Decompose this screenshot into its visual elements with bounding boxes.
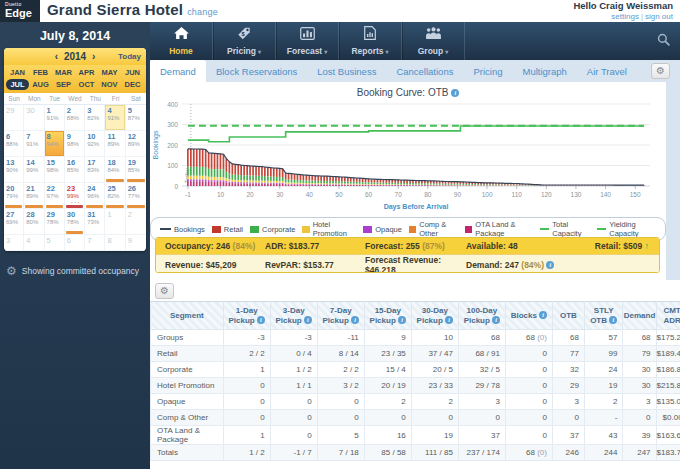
chart-info-icon[interactable]: i xyxy=(451,89,459,97)
calendar-day-30[interactable]: 3078% xyxy=(65,209,85,235)
info-icon[interactable]: i xyxy=(609,316,617,324)
calendar-day-12[interactable]: 1289% xyxy=(126,131,146,157)
calendar-day-31[interactable]: 3173% xyxy=(85,209,105,235)
change-hotel-link[interactable]: change xyxy=(187,7,218,17)
calendar-day-7[interactable]: 7 xyxy=(85,235,105,251)
calendar-day-2[interactable]: 2 xyxy=(126,209,146,235)
calendar-day-4[interactable]: 4 xyxy=(24,235,44,251)
month-aug[interactable]: AUG xyxy=(29,79,52,90)
month-mar[interactable]: MAR xyxy=(52,67,75,78)
calendar-day-5[interactable]: 587% xyxy=(126,105,146,131)
month-dec[interactable]: DEC xyxy=(121,79,144,90)
calendar-day-4[interactable]: 491% xyxy=(105,105,125,131)
month-jul[interactable]: JUL xyxy=(6,79,29,90)
day-occupancy: 89% xyxy=(128,141,146,149)
nav-item-group[interactable]: Group▾ xyxy=(402,22,465,60)
nav-item-pricing[interactable]: $Pricing▾ xyxy=(213,22,276,60)
calendar-day-20[interactable]: 2079% xyxy=(4,183,24,209)
calendar-day-10[interactable]: 1092% xyxy=(85,131,105,157)
tab-demand[interactable]: Demand xyxy=(150,60,206,82)
info-icon[interactable]: i xyxy=(304,316,312,324)
calendar-day-28[interactable]: 2880% xyxy=(24,209,44,235)
legend-item-ota-land-package[interactable]: OTA Land & Package xyxy=(465,220,533,238)
info-icon[interactable]: i xyxy=(398,316,406,324)
sign-out-link[interactable]: sign out xyxy=(645,12,673,21)
prev-year-button[interactable]: ‹ xyxy=(52,51,61,62)
legend-item-hotel-promotion[interactable]: Hotel Promotion xyxy=(302,220,356,238)
tab-multigraph[interactable]: Multigraph xyxy=(512,60,576,82)
calendar-day-9[interactable]: 9 xyxy=(126,235,146,251)
calendar-day-26[interactable]: 2677% xyxy=(126,183,146,209)
search-icon[interactable] xyxy=(647,32,680,50)
calendar-day-8[interactable]: 8 xyxy=(105,235,125,251)
month-sep[interactable]: SEP xyxy=(52,79,75,90)
calendar-day-18[interactable]: 1884% xyxy=(105,157,125,183)
month-nov[interactable]: NOV xyxy=(98,79,121,90)
month-may[interactable]: MAY xyxy=(98,67,121,78)
table-settings-button[interactable]: ⚙ xyxy=(155,283,174,299)
legend-item-corporate[interactable]: Corporate xyxy=(250,225,295,234)
calendar-day-6[interactable]: 6 xyxy=(65,235,85,251)
legend-item-bookings[interactable]: Bookings xyxy=(160,225,205,234)
calendar-day-11[interactable]: 1189% xyxy=(105,131,125,157)
month-feb[interactable]: FEB xyxy=(29,67,52,78)
info-icon[interactable]: i xyxy=(445,316,453,324)
bar-chart-icon xyxy=(300,26,315,44)
legend-item-total-capacity[interactable]: Total Capacity xyxy=(540,220,590,238)
calendar-day-22[interactable]: 2297% xyxy=(45,183,65,209)
legend-item-comp-other[interactable]: Comp & Other xyxy=(409,220,458,238)
calendar-day-14[interactable]: 1499% xyxy=(24,157,44,183)
calendar-day-17[interactable]: 1783% xyxy=(85,157,105,183)
month-oct[interactable]: OCT xyxy=(75,79,98,90)
calendar-day-3[interactable]: 382% xyxy=(85,105,105,131)
calendar-day-19[interactable]: 1985% xyxy=(126,157,146,183)
tab-pricing[interactable]: Pricing xyxy=(463,60,512,82)
month-apr[interactable]: APR xyxy=(75,67,98,78)
calendar-day-1[interactable]: 1 xyxy=(105,209,125,235)
calendar-day-15[interactable]: 1598% xyxy=(45,157,65,183)
chart-settings-button[interactable]: ⚙ xyxy=(651,63,670,79)
calendar-day-7[interactable]: 791% xyxy=(24,131,44,157)
legend-item-yielding-capacity[interactable]: Yielding Capacity xyxy=(597,220,656,238)
calendar-day-2[interactable]: 288% xyxy=(65,105,85,131)
tab-cancellations[interactable]: Cancellations xyxy=(386,60,463,82)
legend-item-opaque[interactable]: Opaque xyxy=(363,225,402,234)
calendar-day-29[interactable]: 29 xyxy=(4,105,24,131)
settings-link[interactable]: settings xyxy=(611,12,639,21)
calendar-day-13[interactable]: 1390% xyxy=(4,157,24,183)
cell: 19 xyxy=(584,378,622,394)
next-year-button[interactable]: › xyxy=(89,51,98,62)
nav-item-reports[interactable]: Reports▾ xyxy=(339,22,402,60)
info-icon[interactable]: i xyxy=(257,316,265,324)
info-icon[interactable]: i xyxy=(351,316,359,324)
month-jan[interactable]: JAN xyxy=(6,67,29,78)
tab-air-travel[interactable]: Air Travel xyxy=(577,60,637,82)
calendar-day-3[interactable]: 3 xyxy=(4,235,24,251)
calendar-day-16[interactable]: 1685% xyxy=(65,157,85,183)
calendar-day-9[interactable]: 998% xyxy=(65,131,85,157)
tab-lost-business[interactable]: Lost Business xyxy=(307,60,386,82)
calendar-day-25[interactable]: 2582% xyxy=(105,183,125,209)
tab-block-reservations[interactable]: Block Reservations xyxy=(206,60,307,82)
calendar-day-6[interactable]: 688% xyxy=(4,131,24,157)
info-icon[interactable]: i xyxy=(492,316,500,324)
calendar-day-27[interactable]: 2769% xyxy=(4,209,24,235)
nav-item-home[interactable]: Home xyxy=(150,22,213,60)
calendar-settings-gear-icon[interactable]: ⚙ xyxy=(6,264,17,278)
calendar-day-21[interactable]: 2189% xyxy=(24,183,44,209)
calendar-day-8[interactable]: 894% xyxy=(45,131,65,157)
nav-item-forecast[interactable]: Forecast▾ xyxy=(276,22,339,60)
today-button[interactable]: Today xyxy=(118,52,141,61)
calendar-day-29[interactable]: 2978% xyxy=(45,209,65,235)
month-jun[interactable]: JUN xyxy=(121,67,144,78)
svg-text:40: 40 xyxy=(306,191,314,198)
calendar-day-5[interactable]: 5 xyxy=(45,235,65,251)
legend-item-retail[interactable]: Retail xyxy=(212,225,243,234)
calendar-day-24[interactable]: 2496% xyxy=(85,183,105,209)
duetto-edge-logo[interactable]: Duetto Edge xyxy=(0,0,40,22)
info-icon[interactable]: i xyxy=(546,261,554,269)
calendar-day-1[interactable]: 191% xyxy=(45,105,65,131)
calendar-day-23[interactable]: 2399%··· xyxy=(65,183,85,209)
calendar-day-30[interactable]: 30 xyxy=(24,105,44,131)
info-icon[interactable]: i xyxy=(539,311,547,319)
